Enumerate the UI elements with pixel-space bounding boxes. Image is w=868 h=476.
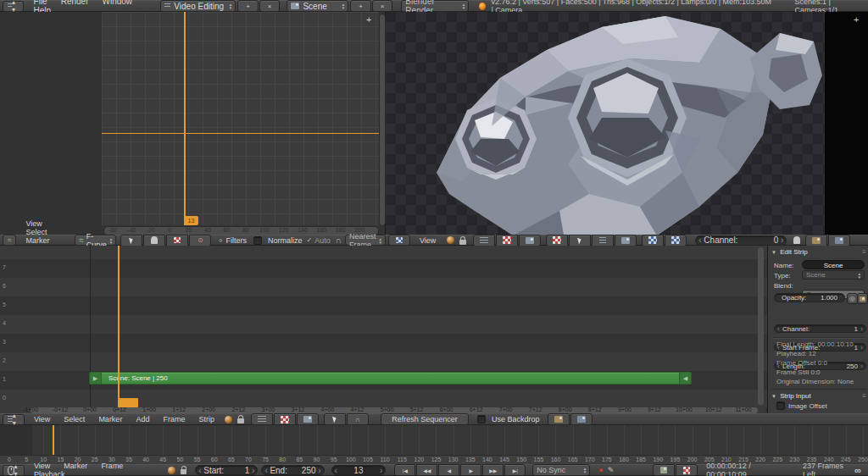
- edit-icon[interactable]: [570, 413, 593, 425]
- pivot-point-icon[interactable]: ⊙: [189, 235, 211, 246]
- select-tool-icon[interactable]: [324, 413, 346, 425]
- use-backdrop-checkbox[interactable]: [477, 415, 486, 423]
- edit-strip-panel-header[interactable]: ▼ Edit Strip ≡: [771, 248, 866, 256]
- delete-scene-button[interactable]: ×: [372, 0, 393, 12]
- ghost-curves-icon[interactable]: [143, 235, 165, 246]
- lock-icon[interactable]: [181, 469, 186, 474]
- ghost-icon[interactable]: [793, 236, 800, 244]
- current-frame-field[interactable]: 13: [331, 465, 387, 475]
- menu-item[interactable]: View: [27, 462, 57, 470]
- keying-set-add-icon[interactable]: [653, 464, 675, 476]
- sequence-display-icon[interactable]: [473, 235, 495, 246]
- preview-editor-type-icon[interactable]: [388, 235, 410, 246]
- menu-item[interactable]: Strip: [192, 415, 221, 423]
- strip-left-handle[interactable]: ▶: [90, 373, 102, 384]
- sphere-icon[interactable]: [447, 236, 454, 244]
- graph-playhead[interactable]: [184, 12, 186, 225]
- jump-to-start-button[interactable]: |◀: [394, 464, 415, 476]
- add-layout-button[interactable]: +: [237, 0, 259, 12]
- clipboard-display-icon[interactable]: [592, 235, 614, 246]
- lock-icon[interactable]: [237, 418, 244, 423]
- graph-editor-type-icon[interactable]: ≈: [3, 235, 16, 246]
- add-scene-button[interactable]: +: [350, 0, 371, 12]
- play-reverse-button[interactable]: ◀: [438, 464, 459, 476]
- channel-stepper[interactable]: Channel:1: [774, 324, 866, 333]
- grease-pencil-icon[interactable]: [548, 413, 570, 425]
- menu-item[interactable]: Frame: [156, 415, 192, 423]
- cursor-tool-icon[interactable]: [120, 235, 142, 246]
- image-view-icon[interactable]: [615, 235, 637, 246]
- play-button[interactable]: ▶: [460, 464, 481, 476]
- preview-region-add-icon[interactable]: +: [854, 14, 859, 25]
- snap-tool-icon[interactable]: ∩: [347, 413, 369, 425]
- editor-type-icon[interactable]: ▴ ▾: [3, 1, 24, 12]
- graph-region-add-icon[interactable]: +: [366, 14, 371, 25]
- graph-channel-region[interactable]: [0, 12, 102, 235]
- menu-item[interactable]: View: [19, 219, 48, 228]
- menu-item[interactable]: Select: [19, 228, 53, 236]
- end-frame-field[interactable]: End:250: [261, 465, 324, 475]
- previous-keyframe-button[interactable]: ◀◀: [416, 464, 437, 476]
- sequencer-area[interactable]: 76543210 ▶ Scene: Scene | 250 ◀ -1+00-0+…: [0, 246, 767, 413]
- jump-to-end-button[interactable]: ▶|: [504, 464, 526, 476]
- graph-mode-select[interactable]: ≈ F-Curve▴ ▾: [75, 235, 116, 246]
- view-preview-icon[interactable]: [274, 413, 296, 425]
- menu-item[interactable]: View: [413, 236, 442, 245]
- snap-mode-select[interactable]: Nearest Frame▴ ▾: [345, 235, 386, 246]
- scopes-icon[interactable]: [828, 235, 850, 246]
- sync-mode-select[interactable]: No Sync▴ ▾: [532, 464, 590, 476]
- snap-magnet-icon[interactable]: ∩: [336, 235, 342, 245]
- render-engine-select[interactable]: Blender Render▴ ▾: [401, 0, 469, 12]
- view-sequence-icon[interactable]: [251, 413, 273, 425]
- transform-box-icon[interactable]: [166, 235, 188, 246]
- sequencer-h-scrollbar[interactable]: -1+00-0+120+000+121+001+122+002+123+003+…: [31, 407, 758, 413]
- keying-set-remove-icon[interactable]: [676, 464, 698, 476]
- panel-grip-icon[interactable]: ≡: [862, 248, 866, 256]
- checker-display-icon[interactable]: [546, 235, 568, 246]
- snapshot-icon[interactable]: [805, 235, 827, 246]
- refresh-sequencer-button[interactable]: Refresh Sequencer: [381, 413, 469, 425]
- image-offset-checkbox[interactable]: [776, 401, 785, 410]
- preview-channel-stepper[interactable]: Channel:0: [695, 235, 787, 246]
- view-both-icon[interactable]: [297, 413, 319, 425]
- menu-item[interactable]: Marker: [19, 236, 56, 245]
- strip-right-handle[interactable]: ◀: [679, 373, 691, 384]
- sequencer-v-scrollbar[interactable]: [758, 247, 764, 405]
- graph-grid[interactable]: [102, 12, 379, 225]
- opacity-keyframe-icon[interactable]: [857, 293, 868, 304]
- menu-item[interactable]: Select: [57, 415, 92, 423]
- menu-item[interactable]: Window: [96, 0, 140, 6]
- opacity-slider[interactable]: Opacity: 1.000: [774, 293, 845, 302]
- lock-icon[interactable]: [459, 240, 466, 245]
- name-field[interactable]: Scene: [802, 260, 865, 269]
- normalize-checkbox[interactable]: [253, 236, 262, 245]
- filters-label[interactable]: Filters: [226, 236, 248, 245]
- image-offset-row[interactable]: Image Offset: [776, 401, 827, 410]
- sphere-icon[interactable]: [225, 416, 232, 423]
- keying-pencil-icon[interactable]: ✎: [608, 466, 615, 474]
- overlay-b-icon[interactable]: [665, 235, 687, 246]
- timeline-playhead[interactable]: [53, 425, 54, 455]
- sphere-icon[interactable]: [168, 467, 175, 474]
- sequencer-playhead[interactable]: [118, 246, 120, 399]
- delete-layout-button[interactable]: ×: [259, 0, 281, 12]
- start-frame-field[interactable]: Start:1: [195, 465, 258, 475]
- strip-input-panel-header[interactable]: ▼ Strip Input ≡: [771, 389, 866, 400]
- image-display-icon[interactable]: [496, 235, 518, 246]
- preview-display-icon[interactable]: [519, 235, 541, 246]
- scene-strip[interactable]: ▶ Scene: Scene | 250 ◀: [89, 372, 692, 385]
- scene-select[interactable]: Scene▴ ▾: [287, 0, 348, 12]
- overlay-a-icon[interactable]: [642, 235, 664, 246]
- menu-item[interactable]: Playback: [27, 470, 72, 476]
- graph-v-scrollbar[interactable]: [379, 14, 386, 226]
- record-icon[interactable]: ●: [598, 466, 603, 474]
- next-keyframe-button[interactable]: ▶▶: [482, 464, 504, 476]
- preview-area[interactable]: +: [386, 12, 868, 235]
- menu-item[interactable]: File: [27, 0, 54, 6]
- timeline-editor-type-icon[interactable]: ▴ ▾: [3, 465, 25, 476]
- panel-grip-icon[interactable]: ≡: [862, 392, 866, 400]
- menu-item[interactable]: View: [27, 415, 57, 423]
- menu-item[interactable]: Add: [129, 415, 156, 423]
- menu-item[interactable]: Marker: [92, 415, 129, 423]
- auto-check-icon[interactable]: ✓: [307, 236, 313, 244]
